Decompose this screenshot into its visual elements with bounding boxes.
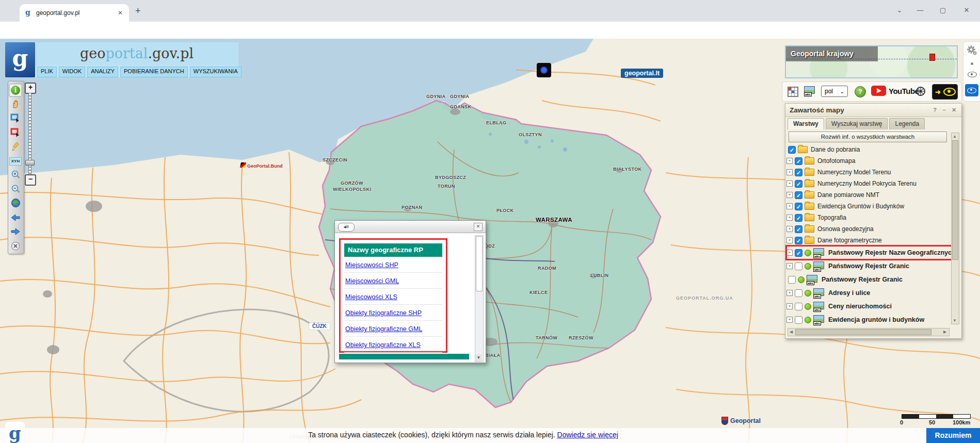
geoportal-logo[interactable]: g	[5, 42, 35, 77]
select-rect-tool[interactable]	[9, 112, 22, 124]
next-view-tool[interactable]	[9, 225, 22, 238]
browser-tab[interactable]: g geoportal.gov.pl ✕	[20, 4, 129, 22]
identify-tool[interactable]: i	[9, 84, 22, 97]
layer-checkbox[interactable]: ✓	[795, 180, 802, 188]
scroll-down-icon[interactable]: ▼	[952, 317, 958, 324]
dialog-close-icon[interactable]: ✕	[474, 223, 483, 231]
menu-item-analizy[interactable]: ANALIZY	[87, 67, 118, 77]
dialog-titlebar[interactable]: ◂≡ ✕	[335, 221, 486, 233]
layer-label[interactable]: Państwowy Rejestr Granic	[822, 276, 903, 283]
accessibility-contrast-button[interactable]: ➜	[932, 84, 958, 100]
layer-label[interactable]: Dane do pobrania	[811, 146, 860, 153]
layer-checkbox[interactable]	[795, 316, 802, 324]
download-link-miejscowości-gml[interactable]: Miejscowości GML	[345, 277, 399, 285]
layer-label[interactable]: Dane pomiarowe NMT	[817, 191, 879, 199]
download-link-obiekty-fizjograficzne-gml[interactable]: Obiekty fizjograficzne GML	[345, 325, 422, 333]
layer-checkbox[interactable]	[795, 262, 802, 270]
layer-label[interactable]: Państwowy Rejestr Nazw Geograficznych	[828, 249, 956, 256]
download-link-miejscowości-xls[interactable]: Miejscowości XLS	[345, 293, 397, 301]
menu-item-widok[interactable]: WIDOK	[59, 67, 85, 77]
layer-checkbox[interactable]: ✓	[788, 146, 796, 154]
layer-label[interactable]: Ewidencja Gruntów i Budynków	[817, 203, 904, 210]
scroll-left-icon[interactable]: ◀	[788, 329, 794, 335]
zoom-in-tool[interactable]	[9, 169, 22, 181]
expand-all-layers-button[interactable]: Rozwiń inf. o wszystkich warstwach	[789, 132, 947, 142]
visibility-eye-button[interactable]	[965, 84, 978, 96]
panel-help-icon[interactable]: ?	[931, 106, 939, 114]
layer-label[interactable]: Ewidencja gruntów i budynków	[828, 316, 924, 323]
layer-checkbox[interactable]: ✓	[795, 157, 802, 165]
layer-label[interactable]: Osnowa geodezyjna	[817, 225, 874, 233]
menu-item-pobieranie-danych[interactable]: POBIERANIE DANYCH	[120, 67, 188, 77]
window-close-button[interactable]: ✕	[959, 6, 974, 14]
expand-plus-icon[interactable]: +	[786, 290, 793, 296]
zoom-slider-plus-button[interactable]: +	[25, 83, 36, 94]
cookie-accept-button[interactable]: Rozumiem	[926, 428, 980, 443]
download-link-miejscowości-shp[interactable]: Miejscowości SHP	[345, 261, 398, 269]
zoom-slider-minus-button[interactable]: −	[25, 174, 36, 186]
expand-plus-icon[interactable]: +	[786, 226, 793, 232]
window-maximize-button[interactable]: ▢	[935, 6, 951, 14]
layer-label[interactable]: Numeryczny Model Pokrycia Terenu	[817, 180, 917, 187]
scroll-up-icon[interactable]: ▲	[952, 133, 958, 140]
download-link-obiekty-fizjograficzne-xls[interactable]: Obiekty fizjograficzne XLS	[345, 341, 421, 349]
layer-checkbox[interactable]	[788, 276, 796, 284]
scroll-right-icon[interactable]: ▶	[942, 329, 948, 335]
panel-vscroll-thumb[interactable]	[952, 140, 958, 260]
panel-close-icon[interactable]: ✕	[950, 106, 958, 114]
layer-checkbox[interactable]: ✓	[795, 169, 802, 176]
menu-item-plik[interactable]: PLIK	[37, 67, 57, 77]
panel-horizontal-scrollbar[interactable]: ◀ ▶	[788, 328, 950, 336]
tab-warstwy[interactable]: Warstwy	[788, 118, 824, 129]
language-select[interactable]: pol⌄	[821, 86, 848, 97]
clear-tool[interactable]	[9, 240, 22, 252]
cookie-more-link[interactable]: Dowiedz się więcej	[557, 431, 618, 439]
tab-close-icon[interactable]: ✕	[116, 8, 125, 18]
expand-plus-icon[interactable]: +	[786, 158, 793, 164]
deselect-rect-tool[interactable]	[9, 126, 22, 139]
expand-plus-icon[interactable]: +	[786, 215, 793, 221]
measure-tool[interactable]	[9, 140, 22, 153]
tab-legenda[interactable]: Legenda	[889, 118, 925, 129]
dialog-list-icon[interactable]: ◂≡	[338, 223, 355, 232]
layer-label[interactable]: Ceny nieruchomości	[828, 303, 892, 310]
layer-checkbox[interactable]: ✓	[795, 214, 802, 222]
overview-minimap[interactable]: Geoportal krajowy	[785, 45, 958, 78]
window-minimize-button[interactable]: —	[912, 6, 928, 14]
tab-search-icon[interactable]: ⌄	[892, 6, 907, 14]
eye-outline-icon[interactable]	[968, 72, 977, 77]
expand-plus-icon[interactable]: +	[786, 192, 793, 198]
expand-plus-icon[interactable]: +	[786, 263, 793, 269]
panel-minimize-icon[interactable]: –	[940, 106, 948, 114]
wheel-icon[interactable]	[915, 86, 926, 96]
pan-tool[interactable]	[9, 98, 22, 110]
layer-label[interactable]: Adresy i ulice	[828, 289, 870, 297]
layer-checkbox[interactable]: ✓	[795, 191, 802, 199]
zoom-slider-thumb[interactable]	[25, 160, 35, 166]
expand-plus-icon[interactable]: +	[786, 169, 793, 175]
download-link-obiekty-fizjograficzne-shp[interactable]: Obiekty fizjograficzne SHP	[345, 309, 422, 317]
full-extent-tool[interactable]	[9, 197, 22, 209]
previous-view-tool[interactable]	[9, 211, 22, 224]
new-tab-button[interactable]: +	[135, 6, 141, 15]
expand-plus-icon[interactable]: +	[786, 237, 793, 243]
expand-plus-icon[interactable]: +	[786, 303, 793, 309]
layer-label[interactable]: Państwowy Rejestr Granic	[828, 262, 909, 270]
layer-label[interactable]: Dane fotogrametryczne	[817, 237, 882, 244]
dialog-scroll-down-icon[interactable]: ▼	[475, 354, 482, 362]
dialog-scrollbar-thumb[interactable]	[476, 236, 483, 291]
dot-icon[interactable]	[971, 62, 973, 65]
expand-plus-icon[interactable]: +	[786, 317, 793, 323]
help-icon[interactable]: ?	[855, 86, 866, 97]
layer-label[interactable]: Numeryczny Model Terenu	[817, 169, 891, 176]
zoom-out-tool[interactable]	[9, 183, 22, 195]
layer-label[interactable]: Ortofotomapa	[817, 157, 855, 165]
expand-plus-icon[interactable]: +	[786, 250, 793, 256]
expand-plus-icon[interactable]: +	[786, 203, 793, 209]
gear-icon[interactable]	[967, 45, 978, 56]
expand-plus-icon[interactable]: +	[786, 181, 793, 187]
layer-checkbox[interactable]: ✓	[795, 249, 802, 257]
youtube-button[interactable]: YouTube	[871, 86, 919, 96]
layer-checkbox[interactable]: ✓	[795, 225, 802, 233]
layer-checkbox[interactable]: ✓	[795, 237, 802, 244]
